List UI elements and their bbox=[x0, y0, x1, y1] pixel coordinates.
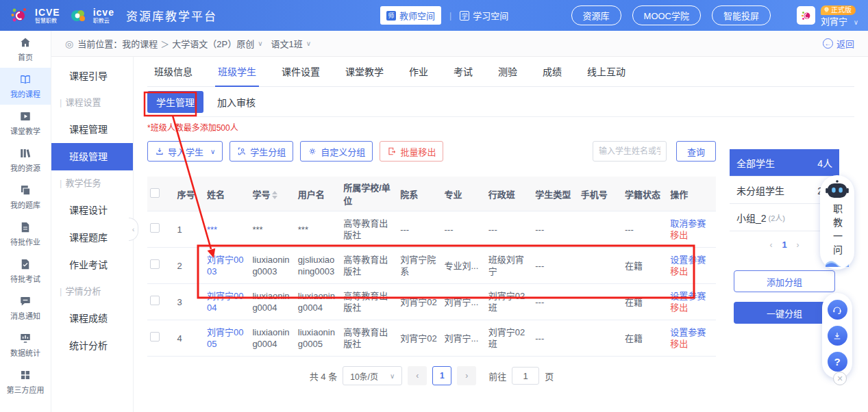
page-size-select[interactable]: 10条/页 ∨ bbox=[343, 366, 402, 385]
menu-item-statistics[interactable]: 统计分析 bbox=[51, 332, 133, 359]
platform-title: 资源库教学平台 bbox=[126, 7, 217, 24]
col-student-id[interactable]: 学号 bbox=[249, 177, 295, 211]
message-bubble-icon bbox=[19, 295, 32, 307]
avatar[interactable] bbox=[797, 6, 815, 25]
tab-grades[interactable]: 成绩 bbox=[543, 57, 562, 87]
student-search-input[interactable] bbox=[593, 141, 667, 162]
tab-class-students[interactable]: 班级学生 bbox=[218, 57, 256, 87]
help-icon[interactable]: ? bbox=[828, 352, 847, 372]
rail-item-pending-exams[interactable]: 待批考试 bbox=[0, 253, 51, 289]
menu-item-homework-exam[interactable]: 作业考试 bbox=[51, 251, 133, 279]
homework-doc-icon bbox=[19, 221, 32, 233]
avatar-logo-icon bbox=[800, 10, 813, 22]
groups-next-icon[interactable]: › bbox=[797, 240, 799, 250]
auto-group-button[interactable]: 一键分组 bbox=[734, 302, 835, 324]
user-menu[interactable]: 正式版 刘宵宁 ∨ bbox=[797, 5, 858, 26]
set-contest-link[interactable]: 设置参赛 bbox=[670, 254, 713, 266]
set-contest-link[interactable]: 设置参赛 bbox=[670, 290, 713, 302]
close-floating-icon[interactable]: ✕ bbox=[833, 372, 847, 385]
table-row: 4 刘宵宁0005 liuxiaoning0004 liuxiaoning000… bbox=[147, 320, 716, 357]
custom-group-button[interactable]: 自定义分组 bbox=[300, 141, 373, 162]
menu-item-course-question-bank[interactable]: 课程题库 bbox=[51, 224, 133, 251]
row-checkbox[interactable] bbox=[150, 223, 160, 233]
groups-prev-icon[interactable]: ‹ bbox=[769, 240, 772, 250]
import-students-button[interactable]: 导入学生 ∨ bbox=[147, 141, 223, 162]
add-group-button[interactable]: 添加分组 bbox=[734, 270, 835, 292]
subtabs: 学生管理 加入审核 bbox=[147, 87, 854, 117]
download-center-icon[interactable] bbox=[828, 326, 847, 346]
smart-cast-button[interactable]: 智能投屏 bbox=[712, 5, 771, 25]
menu-item-course-manage[interactable]: 课程管理 bbox=[51, 116, 133, 143]
student-name-link[interactable]: 刘宵宁0003 bbox=[204, 248, 249, 284]
rail-item-classroom-teaching[interactable]: 课堂教学 bbox=[0, 105, 51, 142]
student-name-link[interactable]: 刘宵宁0004 bbox=[204, 284, 249, 320]
rail-item-my-courses[interactable]: 我的课程 bbox=[0, 68, 51, 105]
tab-class-info[interactable]: 班级信息 bbox=[154, 57, 193, 87]
resource-library-button[interactable]: 资源库 bbox=[571, 5, 621, 25]
user-name: 刘宵宁 ∨ bbox=[821, 17, 858, 26]
mooc-academy-button[interactable]: MOOC学院 bbox=[632, 5, 701, 25]
student-name-link[interactable]: 刘宵宁0005 bbox=[204, 320, 249, 357]
rail-item-home[interactable]: 首页 bbox=[0, 31, 51, 68]
group-all-students[interactable]: 全部学生 4人 bbox=[730, 149, 839, 177]
student-name-link[interactable]: *** bbox=[204, 211, 249, 248]
edition-badge: 正式版 bbox=[821, 5, 856, 15]
zhijiao-assistant-widget[interactable]: 职教一问 bbox=[820, 175, 854, 270]
tab-online-interaction[interactable]: 线上互动 bbox=[587, 57, 625, 87]
space-divider: | bbox=[449, 11, 451, 21]
subtab-join-audit[interactable]: 加入审核 bbox=[217, 95, 256, 109]
back-button[interactable]: ← 返回 bbox=[823, 37, 854, 50]
menu-section-teaching-tasks: |教学任务 bbox=[51, 170, 133, 196]
row-checkbox[interactable] bbox=[150, 332, 160, 342]
group-all-count: 4人 bbox=[817, 156, 832, 170]
row-checkbox[interactable] bbox=[150, 259, 160, 269]
query-button[interactable]: 查询 bbox=[676, 141, 716, 162]
course-caret-icon[interactable]: ∨ bbox=[258, 40, 262, 47]
remove-link[interactable]: 移出 bbox=[670, 229, 713, 241]
breadcrumb-course-select[interactable]: 大学语文（2P）原创 bbox=[172, 37, 254, 50]
breadcrumb-class-select[interactable]: 语文1班 bbox=[271, 37, 303, 50]
rail-item-third-party-apps[interactable]: 第三方应用 bbox=[0, 363, 51, 400]
tab-courseware-settings[interactable]: 课件设置 bbox=[282, 57, 320, 87]
select-all-checkbox[interactable] bbox=[150, 188, 160, 198]
tab-classroom-teaching[interactable]: 课堂教学 bbox=[345, 57, 384, 87]
menu-item-course-design[interactable]: 课程设计 bbox=[51, 196, 133, 224]
sort-icon[interactable] bbox=[272, 191, 277, 199]
stats-monitor-icon bbox=[19, 332, 32, 344]
goto-page-input[interactable] bbox=[512, 367, 539, 385]
col-index: 序号 bbox=[174, 177, 204, 211]
subtab-student-manage[interactable]: 学生管理 bbox=[147, 91, 203, 113]
course-sidebar-menu: 课程引导 |课程设置 课程管理 班级管理 |教学任务 课程设计 课程题库 作业考… bbox=[51, 57, 134, 412]
rail-item-data-stats[interactable]: 数据统计 bbox=[0, 326, 51, 363]
teacher-space-tab[interactable]: 师 教师空间 bbox=[380, 6, 441, 25]
rail-item-messages[interactable]: 消息通知 bbox=[0, 289, 51, 326]
remove-link[interactable]: 移出 bbox=[670, 338, 713, 350]
student-space-tab[interactable]: 学 学习空间 bbox=[460, 9, 508, 22]
groups-current-page[interactable]: 1 bbox=[782, 240, 786, 250]
rail-item-my-resources[interactable]: 我的资源 bbox=[0, 142, 51, 179]
tab-quiz[interactable]: 测验 bbox=[498, 57, 517, 87]
tab-homework[interactable]: 作业 bbox=[409, 57, 428, 87]
row-checkbox[interactable] bbox=[150, 296, 160, 305]
next-page-button[interactable]: › bbox=[457, 366, 476, 385]
remove-link[interactable]: 移出 bbox=[670, 266, 713, 277]
teacher-space-label: 教师空间 bbox=[399, 9, 435, 22]
remove-link[interactable]: 移出 bbox=[670, 302, 713, 313]
customer-service-icon[interactable] bbox=[828, 300, 847, 320]
rail-item-question-bank[interactable]: 我的题库 bbox=[0, 179, 51, 216]
prev-page-button[interactable]: ‹ bbox=[408, 366, 427, 385]
class-caret-icon[interactable]: ∨ bbox=[306, 40, 311, 47]
cancel-contest-link[interactable]: 取消参赛 bbox=[670, 218, 713, 229]
current-page-button[interactable]: 1 bbox=[432, 366, 451, 385]
student-group-button[interactable]: 学生分组 bbox=[230, 141, 293, 162]
breadcrumb-my-courses[interactable]: 我的课程 bbox=[122, 37, 158, 50]
rail-item-pending-homework[interactable]: 待批作业 bbox=[0, 216, 51, 253]
menu-item-course-grades[interactable]: 课程成绩 bbox=[51, 305, 133, 332]
wave-icon bbox=[826, 259, 849, 267]
table-row: 1 *** *** *** 高等教育出版社 --- --- --- --- --… bbox=[147, 211, 716, 248]
batch-remove-button[interactable]: 批量移出 bbox=[380, 141, 443, 162]
set-contest-link[interactable]: 设置参赛 bbox=[670, 326, 713, 338]
menu-item-course-guide[interactable]: 课程引导 bbox=[51, 62, 133, 90]
tab-exam[interactable]: 考试 bbox=[454, 57, 473, 87]
menu-item-class-manage[interactable]: 班级管理 bbox=[51, 143, 133, 170]
